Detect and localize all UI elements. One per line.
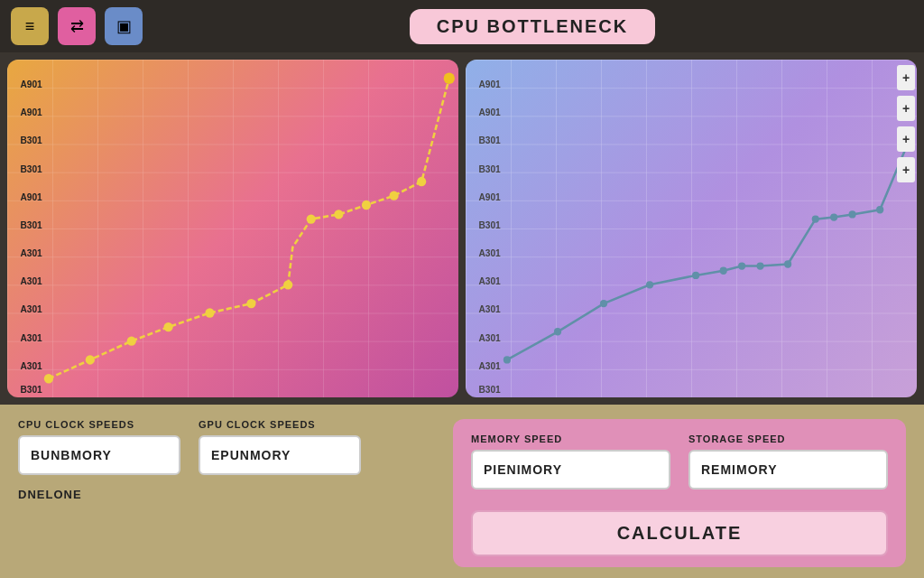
compare-icon: ⇄	[70, 16, 84, 36]
chart-plus-btn-6[interactable]: +	[897, 157, 915, 182]
gpu-clock-group: GPU CLOCK SPEEDS	[199, 419, 361, 475]
svg-point-28	[283, 280, 292, 289]
chart-plus-btn-5[interactable]: +	[897, 126, 915, 152]
status-text: DNELONE	[18, 488, 435, 501]
menu-icon: ≡	[25, 17, 35, 36]
svg-point-31	[362, 200, 371, 210]
svg-point-58	[600, 300, 607, 307]
chart-plus-btn-4[interactable]: +	[897, 96, 915, 121]
svg-text:B301: B301	[478, 220, 501, 230]
title-box: CPU BOTTLENECK	[152, 9, 913, 44]
svg-point-22	[44, 374, 53, 383]
gpu-icon: ▣	[116, 16, 132, 36]
svg-text:A901: A901	[20, 107, 42, 117]
gpu-clock-input[interactable]	[199, 435, 361, 475]
svg-text:A301: A301	[478, 304, 501, 314]
svg-point-68	[876, 206, 883, 213]
svg-text:A901: A901	[478, 192, 501, 202]
svg-text:B301: B301	[478, 385, 501, 395]
svg-point-62	[738, 262, 745, 269]
chart-plus-buttons: + + + + + +	[897, 60, 915, 182]
svg-point-67	[848, 210, 855, 218]
svg-text:A301: A301	[478, 248, 501, 258]
svg-text:A301: A301	[478, 276, 501, 286]
storage-speed-input[interactable]	[688, 450, 888, 489]
svg-point-60	[692, 272, 699, 279]
storage-speed-group: STORAGE SPEED	[688, 434, 888, 489]
clock-speed-row: CPU CLOCK SPEEDS GPU CLOCK SPEEDS	[18, 419, 435, 475]
memory-speed-group: MEMORY SPEED	[471, 434, 670, 489]
svg-point-26	[205, 308, 214, 317]
svg-text:A301: A301	[20, 248, 42, 258]
svg-point-23	[86, 355, 95, 364]
svg-text:A301: A301	[478, 333, 501, 343]
cpu-clock-label: CPU CLOCK SPEEDS	[18, 419, 180, 430]
right-chart-svg: A901 A901 B301 B301 A901 B301 A301 A301 …	[466, 60, 917, 397]
charts-area: A901 A901 B301 B301 A901 B301 A301 A301 …	[0, 52, 924, 405]
svg-text:A301: A301	[20, 304, 42, 314]
svg-point-59	[646, 281, 653, 288]
svg-point-34	[444, 73, 455, 84]
svg-text:A901: A901	[478, 79, 501, 89]
svg-text:B301: B301	[20, 385, 42, 395]
svg-text:A301: A301	[20, 361, 42, 371]
svg-point-27	[246, 299, 255, 308]
svg-point-63	[756, 262, 763, 269]
bottom-panel: CPU CLOCK SPEEDS GPU CLOCK SPEEDS DNELON…	[0, 405, 924, 578]
svg-point-33	[417, 177, 426, 186]
svg-point-64	[784, 260, 791, 267]
svg-rect-0	[7, 60, 458, 397]
svg-point-25	[163, 322, 172, 331]
compare-button[interactable]: ⇄	[58, 7, 96, 45]
svg-point-29	[307, 214, 316, 223]
header: ≡ ⇄ ▣ CPU BOTTLENECK	[0, 0, 924, 52]
svg-point-57	[554, 328, 561, 335]
storage-speed-label: STORAGE SPEED	[688, 434, 888, 444]
svg-point-24	[127, 336, 136, 345]
bottom-right-panel: MEMORY SPEED STORAGE SPEED CALCULATE	[453, 419, 906, 567]
gpu-button[interactable]: ▣	[105, 7, 143, 45]
gpu-clock-label: GPU CLOCK SPEEDS	[199, 419, 361, 430]
speed-row: MEMORY SPEED STORAGE SPEED	[471, 434, 888, 489]
cpu-clock-group: CPU CLOCK SPEEDS	[18, 419, 180, 475]
left-chart-svg: A901 A901 B301 B301 A901 B301 A301 A301 …	[7, 60, 458, 397]
svg-text:A301: A301	[478, 361, 501, 371]
calculate-button[interactable]: CALCULATE	[471, 510, 888, 556]
svg-text:A301: A301	[20, 276, 42, 286]
svg-point-32	[389, 191, 398, 200]
svg-point-61	[720, 267, 727, 275]
bottom-left-panel: CPU CLOCK SPEEDS GPU CLOCK SPEEDS DNELON…	[18, 419, 435, 567]
svg-text:B301: B301	[478, 164, 501, 174]
svg-text:A301: A301	[20, 333, 42, 343]
svg-point-66	[830, 213, 837, 220]
page-title: CPU BOTTLENECK	[410, 9, 655, 44]
svg-text:B301: B301	[20, 164, 42, 174]
cpu-clock-input[interactable]	[18, 435, 180, 475]
svg-rect-35	[466, 60, 917, 397]
memory-speed-label: MEMORY SPEED	[471, 434, 670, 444]
svg-text:A901: A901	[478, 107, 501, 117]
svg-text:A901: A901	[20, 192, 42, 202]
svg-text:A901: A901	[20, 79, 42, 89]
svg-text:B301: B301	[20, 135, 42, 145]
menu-button[interactable]: ≡	[11, 7, 49, 45]
svg-text:B301: B301	[20, 220, 42, 230]
chart-plus-btn-3[interactable]: +	[897, 65, 915, 90]
memory-speed-input[interactable]	[471, 450, 670, 489]
right-chart: A901 A901 B301 B301 A901 B301 A301 A301 …	[466, 60, 917, 397]
svg-point-30	[334, 210, 343, 219]
svg-point-65	[812, 215, 819, 222]
left-chart: A901 A901 B301 B301 A901 B301 A301 A301 …	[7, 60, 458, 397]
svg-text:B301: B301	[478, 135, 501, 145]
svg-point-56	[504, 356, 511, 363]
